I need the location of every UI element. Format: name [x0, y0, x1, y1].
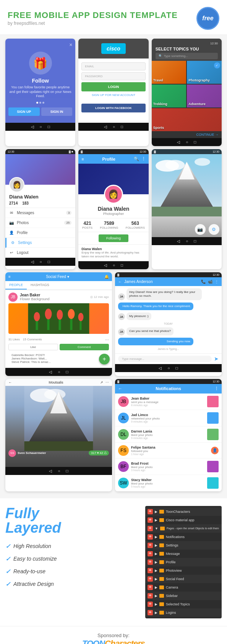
hamburger-icon[interactable]: ≡ [8, 275, 11, 279]
more-icon[interactable]: ⋮ [141, 156, 146, 161]
tab-hashtags[interactable]: HASHTAGS [27, 281, 53, 289]
search-placeholder: Type something... [164, 54, 188, 58]
menu-messages[interactable]: ✉ Messages 3 [5, 208, 75, 218]
topic-trekking[interactable]: Trekking [152, 85, 186, 107]
back-icon: ◁ [104, 263, 107, 267]
menu-profile[interactable]: 👤 Profile [5, 228, 75, 238]
more-icon[interactable]: ⋯ [105, 381, 109, 384]
more-icon[interactable]: ⋮ [215, 280, 219, 284]
message-row: JA Can you send me that photos? [118, 327, 219, 335]
status-bar: 12:30 [156, 42, 218, 45]
home-icon: ○ [40, 260, 42, 264]
sender-avatar: JA [118, 293, 125, 300]
toon-characters: Characters [105, 639, 145, 644]
stats-pill: 317 ♥ 42 ♺ [89, 450, 109, 455]
hamburger-icon[interactable]: ≡ [81, 157, 84, 161]
menu-label: Profile [17, 231, 28, 235]
checkmark-icon: ✓ [5, 568, 10, 575]
topic-travel[interactable]: Travel [152, 61, 186, 84]
menu-settings[interactable]: ⚙ Settings [5, 238, 75, 248]
tab-people[interactable]: PEOPLE [5, 281, 27, 289]
notification-item-4[interactable]: FS Felipe Santana followed you 1 hour ag… [115, 443, 222, 459]
more-icon[interactable]: ⋮ [214, 386, 219, 391]
page-header: FREE MOBILE APP DESIGN TEMPLATE by freep… [0, 0, 227, 35]
post-actions: 31 Likes 15 Comments ··· [8, 335, 109, 344]
svg-point-11 [45, 309, 52, 319]
time-display: 12:30 [8, 150, 15, 153]
notif-action: liked your photo [131, 465, 205, 469]
eye-icon: 👁 [148, 534, 153, 540]
layer-label: Message [166, 552, 180, 556]
post-image [8, 303, 109, 334]
following-count: 7589 [100, 221, 118, 226]
notification-icon[interactable]: 🔔 [104, 275, 109, 279]
continue-btn[interactable]: CONTINUE → [152, 131, 222, 138]
share-icon[interactable]: ↗ [100, 381, 103, 384]
layer-item: 👁 ▶ Social Feed [145, 575, 222, 583]
search-icon[interactable]: 🔍 [134, 156, 139, 161]
notification-item-1[interactable]: JB Jean Baker sent you a message 8 minut… [115, 394, 222, 410]
layer-label: ToonCharacters [166, 510, 190, 514]
password-field[interactable]: PASSWORD [81, 72, 145, 80]
back-button[interactable]: ← [8, 381, 12, 384]
followers-count: 563 [126, 221, 145, 226]
signup-link[interactable]: SIGN UP FOR NEW ACCOUNT [81, 93, 145, 97]
toon-logo[interactable]: TOONCharacters [5, 639, 222, 644]
following-button[interactable]: Following [99, 234, 128, 242]
time-display: 12:30 [210, 42, 218, 45]
notif-action: liked your photo [131, 433, 205, 437]
topic-sports[interactable]: Sports [152, 108, 222, 131]
topics-search[interactable]: 🔍 Type something... [156, 53, 218, 59]
facebook-login-button[interactable]: LOGIN WITH FACEBOOK [81, 104, 145, 112]
notif-time: 9 minutes ago [131, 437, 205, 439]
svg-point-15 [68, 309, 75, 319]
notif-action: retweeted your photo [131, 417, 205, 420]
notif-time: 1 hour ago [131, 453, 209, 455]
close-button[interactable]: × [69, 42, 72, 48]
topic-label: Photography [188, 78, 210, 82]
social-feed-title: Social Feed ▾ [46, 275, 69, 279]
status-bar: 12:30 ▓ ■ [5, 149, 75, 154]
menu-logout[interactable]: ↩ Logout [5, 248, 75, 258]
topic-photography[interactable]: Photography ✓ [187, 61, 222, 84]
video-icon[interactable]: 📹 [208, 280, 212, 284]
svg-rect-27 [207, 461, 219, 472]
screen-profile-left: 12:30 ▓ ■ 👩 Diana Walen 2714 183 [5, 149, 75, 258]
arrow-icon: ▶ [155, 577, 157, 581]
camera-button[interactable]: 📷 [195, 224, 206, 235]
email-field[interactable]: EMAIL [81, 62, 145, 70]
screen-social: ≡ Social Feed ▾ 🔔 PEOPLE HASHTAGS JB Jea… [5, 272, 112, 368]
menu-photos[interactable]: 📷 Photos 25 [5, 218, 75, 228]
comment-button[interactable]: Comment [60, 344, 109, 350]
settings-button[interactable]: ⚙ [209, 224, 219, 235]
dot-2 [39, 102, 41, 104]
signup-button[interactable]: SIGN UP [8, 107, 40, 116]
notification-item-3[interactable]: DL Darren Lania liked your photo 9 minut… [115, 426, 222, 443]
back-button[interactable]: ← [118, 280, 122, 284]
more-icon[interactable]: ··· [105, 337, 109, 342]
fab-add-button[interactable]: + [99, 354, 110, 364]
folder-icon [159, 518, 164, 522]
signin-button[interactable]: SIGN IN [41, 107, 73, 116]
notification-item-2[interactable]: JL Jad Limco retweeted your photo 9 minu… [115, 410, 222, 426]
back-button[interactable]: ← [118, 386, 122, 391]
search-icon: 🔍 [159, 54, 162, 58]
call-icon[interactable]: 📞 [201, 280, 206, 284]
like-button[interactable]: Like [8, 344, 58, 350]
message-input[interactable]: Type message... [118, 356, 212, 362]
send-button[interactable]: ➤ [214, 356, 219, 362]
post-name: Jean Baker [20, 293, 50, 297]
android-bar-2: ◁ ○ □ [78, 123, 148, 131]
time-display: 12:30 [212, 380, 219, 383]
topic-adventure[interactable]: Adventure [187, 85, 222, 107]
feed-post: JB Jean Baker Flower Background ◎ 12 min… [5, 290, 112, 368]
notification-item-5[interactable]: BF Brad Frost liked your photo 3 hours a… [115, 459, 222, 475]
post-subtitle: Flower Background [20, 297, 50, 301]
notification-item-6[interactable]: SW Stacy Walter liked your photo 5 hours… [115, 475, 222, 491]
arrow-icon: ▶ [155, 585, 157, 589]
dot-1 [36, 102, 38, 104]
eye-icon: 👁 [148, 585, 153, 590]
message-row: JA Hey Diana!! How are you doing? I real… [118, 288, 219, 300]
header-actions: 🔍 ⋮ [134, 156, 146, 161]
login-button[interactable]: LOGIN [81, 82, 145, 91]
